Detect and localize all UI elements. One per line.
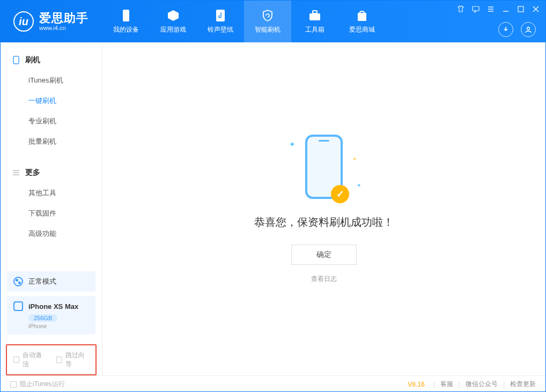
feedback-icon[interactable] (471, 5, 480, 13)
success-title: 恭喜您，保资料刷机成功啦！ (254, 215, 394, 230)
sidebar-item-itunes-flash[interactable]: iTunes刷机 (1, 70, 102, 91)
shirt-icon[interactable] (456, 5, 465, 13)
close-icon[interactable] (532, 5, 540, 13)
tab-my-device[interactable]: 我的设备 (102, 1, 150, 42)
main-area: 刷机 iTunes刷机 一键刷机 专业刷机 批量刷机 更多 其他工具 下载固件 … (1, 42, 545, 375)
download-icon[interactable] (498, 22, 513, 37)
ok-button[interactable]: 确定 (291, 245, 357, 265)
tab-store[interactable]: 爱思商城 (338, 1, 386, 42)
svg-rect-1 (216, 10, 225, 21)
sparkle-icon: ✦ (289, 140, 296, 149)
maximize-icon[interactable] (517, 5, 525, 13)
status-bar: 阻止iTunes运行 V8.16 | 客服 | 微信公众号 | 检查更新 (1, 375, 545, 392)
options-highlight-box: 自动激活 跳过向导 (6, 344, 97, 375)
tab-smart-flash[interactable]: 智能刷机 (244, 1, 291, 42)
list-icon (12, 169, 20, 176)
device-type: iPhone (28, 323, 89, 329)
device-card[interactable]: iPhone XS Max 256GB iPhone (7, 296, 95, 335)
mode-card[interactable]: 正常模式 (7, 271, 95, 292)
checkbox-auto-activate[interactable]: 自动激活 (13, 351, 47, 369)
title-bar: iu 爱思助手 www.i4.cn 我的设备 应用游戏 铃声壁纸 智能刷机 工具… (1, 1, 545, 42)
logo-icon: iu (13, 11, 34, 32)
svg-rect-2 (309, 13, 320, 20)
svg-rect-3 (313, 11, 317, 13)
status-link-support[interactable]: 客服 (440, 380, 453, 389)
svg-rect-7 (13, 56, 19, 64)
user-icon[interactable] (521, 22, 536, 37)
checkbox-icon (56, 357, 62, 363)
mode-label: 正常模式 (28, 277, 56, 286)
menu-icon[interactable] (486, 5, 495, 13)
svg-rect-5 (518, 6, 523, 12)
view-log-link[interactable]: 查看日志 (311, 275, 337, 284)
device-storage: 256GB (28, 314, 57, 322)
tab-toolbox[interactable]: 工具箱 (291, 1, 338, 42)
device-panel: 正常模式 iPhone XS Max 256GB iPhone (1, 271, 102, 341)
sparkle-icon: ✦ (357, 182, 361, 188)
svg-rect-4 (473, 6, 479, 11)
music-file-icon (214, 9, 227, 22)
phone-icon (120, 9, 132, 22)
content-area: ✦ ✦ ✦ ✓ 恭喜您，保资料刷机成功啦！ 确定 查看日志 (102, 42, 545, 375)
device-name: iPhone XS Max (28, 302, 78, 310)
window-controls (456, 5, 540, 13)
minimize-icon[interactable] (501, 5, 510, 13)
svg-rect-0 (123, 10, 129, 21)
app-url: www.i4.cn (39, 25, 88, 31)
sidebar-item-other-tools[interactable]: 其他工具 (1, 183, 102, 203)
sidebar-section-more: 更多 (1, 165, 102, 183)
toolbox-icon (308, 9, 321, 22)
check-badge-icon: ✓ (331, 185, 349, 203)
sidebar-item-download-firmware[interactable]: 下载固件 (1, 203, 102, 224)
tab-apps-games[interactable]: 应用游戏 (150, 1, 197, 42)
sidebar-item-advanced[interactable]: 高级功能 (1, 224, 102, 244)
status-link-wechat[interactable]: 微信公众号 (466, 380, 498, 389)
header-actions (498, 22, 536, 37)
version-label: V8.16 (408, 381, 424, 388)
checkbox-skip-guide[interactable]: 跳过向导 (56, 351, 90, 369)
sidebar-item-batch-flash[interactable]: 批量刷机 (1, 131, 102, 152)
device-phone-icon (13, 301, 23, 311)
app-logo: iu 爱思助手 www.i4.cn (1, 11, 98, 32)
checkbox-icon (10, 381, 17, 388)
checkbox-block-itunes[interactable]: 阻止iTunes运行 (10, 380, 65, 389)
sidebar: 刷机 iTunes刷机 一键刷机 专业刷机 批量刷机 更多 其他工具 下载固件 … (1, 42, 102, 375)
sidebar-section-flash: 刷机 (1, 52, 102, 70)
cube-icon (167, 9, 180, 22)
bag-icon (356, 9, 368, 22)
sparkle-icon: ✦ (352, 156, 357, 162)
checkbox-icon (13, 357, 19, 363)
tab-ringtone-wallpaper[interactable]: 铃声壁纸 (197, 1, 244, 42)
app-title: 爱思助手 (39, 12, 88, 25)
svg-point-6 (527, 27, 530, 30)
device-icon (12, 56, 20, 64)
success-illustration: ✦ ✦ ✦ ✓ (305, 135, 343, 199)
status-link-update[interactable]: 检查更新 (510, 380, 536, 389)
nav-tabs: 我的设备 应用游戏 铃声壁纸 智能刷机 工具箱 爱思商城 (102, 1, 386, 42)
shield-refresh-icon (261, 9, 274, 22)
mode-icon (13, 277, 23, 286)
sidebar-item-oneclick-flash[interactable]: 一键刷机 (1, 91, 102, 111)
sidebar-item-pro-flash[interactable]: 专业刷机 (1, 111, 102, 131)
